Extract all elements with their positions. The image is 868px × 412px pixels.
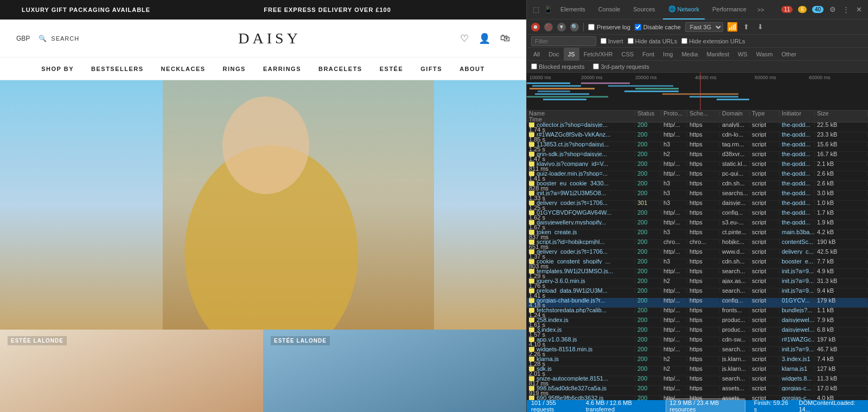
table-row[interactable]: booster_eu_cookie_3430... 200 h3 https c… bbox=[527, 181, 868, 191]
preserve-log-label[interactable]: Preserve log bbox=[588, 24, 630, 30]
export-icon[interactable]: ⬇ bbox=[756, 22, 765, 32]
table-row[interactable]: templates.9W1j2U3MSO.js... 200 http/... … bbox=[527, 269, 868, 279]
row-initiator[interactable]: the-godd... bbox=[780, 181, 815, 186]
tab-network[interactable]: 🌐 Network bbox=[663, 0, 705, 20]
tab-console[interactable]: Console bbox=[593, 0, 626, 20]
col-size[interactable]: Size bbox=[815, 111, 868, 117]
disable-cache-checkbox[interactable] bbox=[635, 24, 641, 30]
table-row[interactable]: fetchstoredata.php?calib... 200 http/...… bbox=[527, 308, 868, 318]
network-speed-select[interactable]: Fast 3G bbox=[685, 22, 723, 32]
tab-performance[interactable]: Performance bbox=[707, 0, 752, 20]
tab-elements[interactable]: Elements bbox=[555, 0, 591, 20]
row-initiator[interactable]: the-godd... bbox=[780, 171, 815, 176]
table-row[interactable]: daisyjewellery.myshopify... 200 http/...… bbox=[527, 220, 868, 230]
table-row[interactable]: token_create.js 200 h3 https ct.pinte...… bbox=[527, 230, 868, 240]
disable-cache-label[interactable]: Disable cache bbox=[635, 24, 681, 30]
table-row[interactable]: jquery-3.6.0.min.js 200 h2 https ajax.as… bbox=[527, 279, 868, 288]
devtools-icon-device[interactable]: 📱 bbox=[543, 5, 553, 15]
row-initiator[interactable]: booster_e... bbox=[780, 259, 815, 264]
settings-icon[interactable]: ⚙ bbox=[828, 5, 838, 15]
row-initiator[interactable]: main.b3ba... bbox=[780, 230, 815, 235]
preserve-log-checkbox[interactable] bbox=[588, 24, 595, 30]
table-row[interactable]: grin-sdk.js?shop=daisyje... 200 h2 https… bbox=[527, 152, 868, 162]
row-initiator[interactable]: the-godd... bbox=[780, 123, 815, 127]
type-css[interactable]: CSS bbox=[617, 48, 638, 61]
row-initiator[interactable]: init.js?a=9... bbox=[780, 288, 815, 293]
col-initiator[interactable]: Initiator bbox=[780, 111, 815, 117]
row-initiator[interactable]: contentSc... bbox=[780, 240, 815, 244]
table-row[interactable]: preload_data.9W1j2U3M... 200 http/... ht… bbox=[527, 288, 868, 298]
devtools-icon-inspect[interactable]: ⬚ bbox=[531, 5, 541, 15]
table-row[interactable]: gorgias-chat-bundle.js?r... 200 http/...… bbox=[527, 298, 868, 308]
row-initiator[interactable]: klarna.js1 bbox=[780, 366, 815, 371]
row-initiator[interactable]: the-godd... bbox=[780, 152, 815, 157]
col-name[interactable]: Name bbox=[527, 111, 635, 117]
row-initiator[interactable]: daisyjewel... bbox=[780, 318, 815, 323]
nav-shop-by[interactable]: SHOP BY bbox=[41, 66, 74, 72]
table-row[interactable]: klaviyo.js?company_id=V... 200 http/... … bbox=[527, 162, 868, 171]
record-button[interactable]: ⏺ bbox=[531, 23, 540, 31]
type-media[interactable]: Media bbox=[677, 48, 702, 61]
row-initiator[interactable]: bundlejs?... bbox=[780, 308, 815, 313]
row-initiator[interactable]: the-godd... bbox=[780, 142, 815, 147]
row-initiator[interactable]: the-godd... bbox=[780, 162, 815, 166]
nav-rings[interactable]: RINGS bbox=[223, 66, 246, 72]
table-row[interactable]: snize-autocomplete.8151... 200 http/... … bbox=[527, 376, 868, 386]
col-domain[interactable]: Domain bbox=[720, 111, 750, 117]
row-initiator[interactable]: the-godd... bbox=[780, 191, 815, 196]
type-all[interactable]: All bbox=[529, 48, 544, 61]
invert-checkbox[interactable] bbox=[601, 38, 607, 44]
row-initiator[interactable]: the-godd... bbox=[780, 201, 815, 205]
table-row[interactable]: script.js?id=hobjkcpmjhl... 200 chro... … bbox=[527, 240, 868, 249]
table-row[interactable]: klarna.js 200 h2 https js.klarn... scrip… bbox=[527, 357, 868, 366]
clear-button[interactable]: 🚫 bbox=[544, 23, 553, 31]
row-initiator[interactable]: 01GYCV... bbox=[780, 298, 815, 303]
type-other[interactable]: Other bbox=[777, 48, 801, 61]
more-options-icon[interactable]: ⋮ bbox=[841, 5, 851, 15]
row-initiator[interactable]: widgets.8... bbox=[780, 376, 815, 381]
type-ws[interactable]: WS bbox=[733, 48, 752, 61]
col-proto[interactable]: Proto... bbox=[661, 111, 687, 117]
third-party-label[interactable]: 3rd-party requests bbox=[593, 63, 649, 70]
third-party-checkbox[interactable] bbox=[593, 63, 599, 69]
table-row[interactable]: sdk.js 200 h2 https js.klarn... script k… bbox=[527, 366, 868, 376]
nav-earrings[interactable]: EARRINGS bbox=[263, 66, 301, 72]
nav-about[interactable]: ABOUT bbox=[459, 66, 485, 72]
hide-ext-checkbox[interactable] bbox=[681, 38, 687, 44]
row-initiator[interactable]: init.js?a=9... bbox=[780, 347, 815, 352]
hide-ext-label[interactable]: Hide extension URLs bbox=[681, 38, 745, 44]
table-row[interactable]: app.v1.0.368.js 200 http/... https cdn-s… bbox=[527, 337, 868, 347]
table-row[interactable]: delivery_coder.js?t=1706... 301 h3 https… bbox=[527, 201, 868, 210]
nav-gifts[interactable]: GIFTS bbox=[420, 66, 442, 72]
search-button[interactable]: 🔍 bbox=[570, 23, 579, 31]
col-status[interactable]: Status bbox=[635, 111, 661, 117]
blocked-requests-checkbox[interactable] bbox=[531, 63, 537, 69]
nav-necklaces[interactable]: NECKLACES bbox=[161, 66, 206, 72]
filter-input[interactable] bbox=[531, 36, 596, 46]
cart-icon[interactable]: 🛍 bbox=[500, 33, 510, 44]
filter-icon[interactable]: ▼ bbox=[557, 23, 566, 31]
type-font[interactable]: Font bbox=[638, 48, 659, 61]
row-initiator[interactable]: the-godd... bbox=[780, 210, 815, 215]
type-js[interactable]: JS bbox=[564, 48, 579, 61]
table-row[interactable]: widgets-81518.min.js 200 http/... https … bbox=[527, 347, 868, 357]
site-logo[interactable]: DAISY bbox=[238, 30, 301, 47]
row-initiator[interactable]: daisyjewel... bbox=[780, 327, 815, 332]
type-manifest[interactable]: Manifest bbox=[702, 48, 733, 61]
row-initiator[interactable]: r#1WAZGc... bbox=[780, 337, 815, 342]
nav-estee[interactable]: ESTÉE bbox=[380, 66, 404, 72]
row-initiator[interactable]: gorgias-c... bbox=[780, 386, 815, 391]
hide-data-urls-checkbox[interactable] bbox=[628, 38, 634, 44]
table-row[interactable]: 113853.ct.js?shop=daisyj... 200 h3 https… bbox=[527, 142, 868, 152]
tab-sources[interactable]: Sources bbox=[628, 0, 660, 20]
table-row[interactable]: collector.js?shop=daisyje... 200 http/..… bbox=[527, 123, 868, 132]
type-wasm[interactable]: Wasm bbox=[752, 48, 777, 61]
account-icon[interactable]: 👤 bbox=[478, 33, 490, 44]
row-initiator[interactable]: init.js?a=9... bbox=[780, 279, 815, 284]
col-time[interactable]: Time bbox=[527, 117, 635, 123]
invert-label[interactable]: Invert bbox=[601, 38, 623, 44]
type-doc[interactable]: Doc bbox=[544, 48, 564, 61]
card-estee-1[interactable]: ESTÉE LALONDE bbox=[0, 330, 263, 412]
wishlist-icon[interactable]: ♡ bbox=[460, 33, 469, 44]
table-row[interactable]: 258.index.js 200 http/... https produc..… bbox=[527, 318, 868, 327]
